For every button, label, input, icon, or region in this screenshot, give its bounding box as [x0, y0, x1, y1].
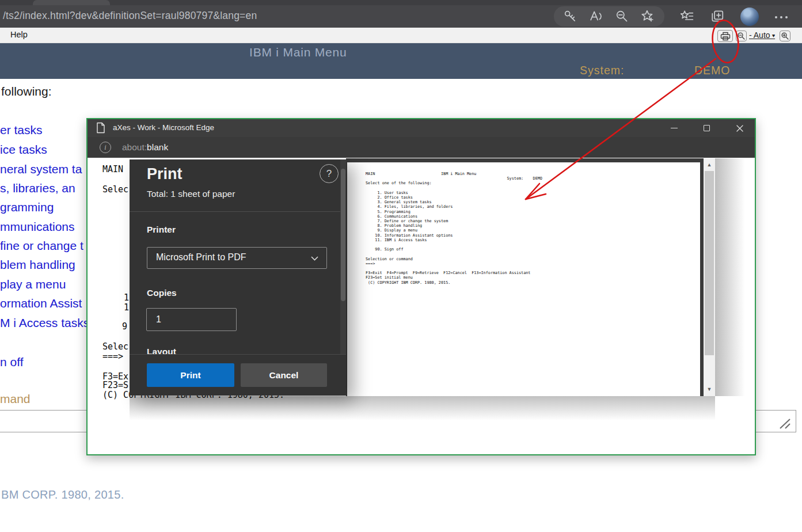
- screen: /ts2/index.html?dev&definitionSet=raul98…: [0, 0, 802, 532]
- app-header-band: IBM i Main Menu System: DEMO: [0, 43, 802, 79]
- page-toolbar: Help - Auto - ▾: [0, 28, 802, 43]
- popup-title-bar[interactable]: aXes - Work - Microsoft Edge: [88, 119, 755, 137]
- popup-content: MAIN Selec 1 1 9 Selec ===> F3=Ex F23=S …: [88, 158, 755, 454]
- menu-link-problem-handling[interactable]: blem handling: [0, 258, 75, 272]
- terminal-text: F23=S: [102, 381, 128, 390]
- print-dialog-title: Print: [147, 165, 183, 183]
- menu-link-programming[interactable]: gramming: [0, 200, 54, 214]
- more-options-icon[interactable]: [775, 16, 790, 20]
- profile-avatar[interactable]: [740, 7, 759, 26]
- minimize-icon: [671, 128, 678, 128]
- dialog-scrollbar-thumb[interactable]: [341, 169, 345, 301]
- command-label: mand: [0, 392, 31, 406]
- print-preview-text: MAIN IBM i Main Menu System: DEMO Select…: [366, 172, 542, 285]
- menu-link-user-tasks[interactable]: er tasks: [0, 123, 43, 137]
- popup-window: aXes - Work - Microsoft Edge i about:bla…: [86, 118, 756, 455]
- terminal-text: ===>: [102, 352, 123, 361]
- menu-link-display-menu[interactable]: play a menu: [0, 278, 66, 291]
- favorites-hub-icon[interactable]: [680, 9, 694, 23]
- popup-url-bar[interactable]: i about:blank: [88, 137, 755, 158]
- chevron-down-icon: [311, 256, 318, 261]
- menu-link-files-libraries[interactable]: s, libraries, an: [0, 181, 75, 195]
- system-label: System:: [580, 64, 624, 77]
- divider: [130, 211, 340, 212]
- terminal-text: Selec: [102, 185, 128, 194]
- popup-url: about:blank: [122, 142, 168, 153]
- panel-shadow: [130, 396, 715, 420]
- help-icon[interactable]: ?: [320, 164, 339, 183]
- intro-text: following:: [1, 85, 52, 98]
- password-icon[interactable]: [563, 9, 577, 23]
- copies-label: Copies: [147, 288, 177, 298]
- active-tab-edge[interactable]: [33, 0, 110, 5]
- url-scheme: about:: [122, 142, 147, 152]
- collections-icon[interactable]: [710, 9, 724, 23]
- print-button[interactable]: [717, 30, 733, 42]
- add-favorite-icon[interactable]: [641, 9, 655, 23]
- print-preview-page: MAIN IBM i Main Menu System: DEMO Select…: [347, 162, 700, 396]
- printer-select[interactable]: Microsoft Print to PDF: [147, 247, 327, 269]
- menu-link-general-system[interactable]: neral system ta: [0, 162, 82, 176]
- cancel-button[interactable]: Cancel: [241, 363, 327, 387]
- page-title: IBM i Main Menu: [249, 45, 347, 59]
- terminal-text: 9: [122, 322, 127, 331]
- menu-link-ibmi-access[interactable]: M i Access tasks: [0, 316, 89, 330]
- browser-zoom-out-icon[interactable]: [615, 9, 629, 23]
- menu-link-sign-off[interactable]: n off: [0, 355, 23, 369]
- terminal-text: MAIN: [102, 165, 123, 174]
- address-url-text[interactable]: /ts2/index.html?dev&definitionSet=raul98…: [3, 10, 257, 22]
- system-value: DEMO: [694, 64, 731, 77]
- close-icon: [736, 125, 743, 132]
- terminal-text: 1: [124, 303, 129, 312]
- chevron-down-icon: ▾: [772, 32, 775, 39]
- document-icon: [96, 122, 105, 136]
- printer-select-value: Microsoft Print to PDF: [156, 252, 246, 263]
- menu-link-information-assistant[interactable]: ormation Assist: [0, 297, 82, 310]
- resize-handle-icon[interactable]: [779, 418, 792, 430]
- menu-link-define-change[interactable]: fine or change t: [0, 239, 83, 253]
- print-icon: [720, 32, 731, 41]
- print-preview-viewport: MAIN IBM i Main Menu System: DEMO Select…: [346, 158, 715, 396]
- copyright-text: BM CORP. 1980, 2015.: [1, 488, 124, 501]
- browser-tab-strip: [0, 0, 802, 5]
- preview-scrollbar-thumb[interactable]: [705, 171, 714, 355]
- info-icon[interactable]: i: [100, 142, 111, 153]
- page-zoom-select[interactable]: - Auto -: [749, 31, 775, 40]
- url-host: blank: [147, 142, 168, 152]
- print-dialog-footer: Print Cancel: [130, 354, 346, 396]
- maximize-button[interactable]: [690, 119, 723, 137]
- printer-label: Printer: [147, 225, 176, 235]
- sheet-count-text: Total: 1 sheet of paper: [147, 189, 235, 199]
- maximize-icon: [704, 125, 710, 131]
- scroll-up-icon[interactable]: ▲: [704, 160, 715, 170]
- panel-shadow: [715, 158, 745, 396]
- print-dialog: Print ? Total: 1 sheet of paper Printer …: [130, 159, 346, 396]
- menu-link-communications[interactable]: mmunications: [0, 220, 75, 234]
- preview-scrollbar[interactable]: ▲ ▼: [704, 158, 715, 396]
- minimize-button[interactable]: [657, 119, 690, 137]
- copies-input[interactable]: [146, 308, 237, 331]
- terminal-text: Selec: [102, 343, 128, 351]
- page-zoom-in-icon[interactable]: [780, 31, 790, 41]
- menu-link-office-tasks[interactable]: ice tasks: [0, 143, 47, 157]
- help-menu[interactable]: Help: [10, 30, 28, 39]
- read-aloud-icon[interactable]: [590, 9, 603, 23]
- popup-window-title: aXes - Work - Microsoft Edge: [113, 123, 214, 132]
- terminal-text: 1: [124, 294, 129, 302]
- print-confirm-button[interactable]: Print: [147, 363, 234, 387]
- browser-address-bar[interactable]: /ts2/index.html?dev&definitionSet=raul98…: [0, 5, 802, 28]
- page-zoom-out-icon[interactable]: [736, 31, 747, 41]
- close-button[interactable]: [723, 119, 756, 137]
- scroll-down-icon[interactable]: ▼: [704, 385, 715, 394]
